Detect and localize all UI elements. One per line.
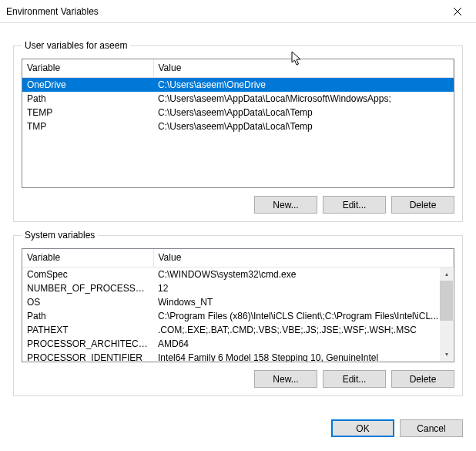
table-row[interactable]: ComSpecC:\WINDOWS\system32\cmd.exe <box>22 267 454 281</box>
table-row[interactable]: NUMBER_OF_PROCESSORS12 <box>22 281 454 295</box>
table-row[interactable]: TEMPC:\Users\aseem\AppData\Local\Temp <box>22 106 454 119</box>
cell-variable: PATHEXT <box>22 323 153 337</box>
table-row[interactable]: PROCESSOR_ARCHITECTUREAMD64 <box>22 337 454 351</box>
user-col-value[interactable]: Value <box>153 59 454 77</box>
cell-value: C:\Program Files (x86)\Intel\iCLS Client… <box>153 309 454 323</box>
cell-variable: PROCESSOR_IDENTIFIER <box>22 351 153 363</box>
scroll-down-icon[interactable]: ▾ <box>440 348 453 361</box>
table-row[interactable]: TMPC:\Users\aseem\AppData\Local\Temp <box>22 119 454 133</box>
scroll-up-icon[interactable]: ▴ <box>440 268 453 281</box>
cell-variable: NUMBER_OF_PROCESSORS <box>22 281 153 295</box>
window-title: Environment Variables <box>6 6 440 17</box>
cell-value: C:\WINDOWS\system32\cmd.exe <box>153 267 454 281</box>
cell-value: C:\Users\aseem\AppData\Local\Microsoft\W… <box>153 92 454 106</box>
cell-value: AMD64 <box>153 337 454 351</box>
user-variables-table[interactable]: Variable Value OneDriveC:\Users\aseem\On… <box>22 59 454 188</box>
cell-value: Intel64 Family 6 Model 158 Stepping 10, … <box>153 351 454 363</box>
cell-value: 12 <box>153 281 454 295</box>
cell-variable: OneDrive <box>22 77 153 92</box>
dialog-footer: OK Cancel <box>0 415 476 437</box>
cell-value: C:\Users\aseem\AppData\Local\Temp <box>153 119 454 133</box>
cell-value: C:\Users\aseem\OneDrive <box>153 77 454 92</box>
table-row[interactable]: PathC:\Program Files (x86)\Intel\iCLS Cl… <box>22 309 454 323</box>
sys-edit-button[interactable]: Edit... <box>323 370 386 388</box>
table-row[interactable]: OSWindows_NT <box>22 295 454 309</box>
user-variables-legend: User variables for aseem <box>22 40 130 51</box>
table-row[interactable]: PathC:\Users\aseem\AppData\Local\Microso… <box>22 92 454 106</box>
sys-scrollbar[interactable]: ▴ ▾ <box>440 268 453 361</box>
table-row[interactable]: PATHEXT.COM;.EXE;.BAT;.CMD;.VBS;.VBE;.JS… <box>22 323 454 337</box>
system-variables-group: System variables Variable Value ComSpecC… <box>13 230 463 396</box>
cell-value: C:\Users\aseem\AppData\Local\Temp <box>153 106 454 119</box>
user-edit-button[interactable]: Edit... <box>323 196 386 214</box>
cancel-button[interactable]: Cancel <box>400 419 463 437</box>
scroll-thumb[interactable] <box>440 281 453 321</box>
dialog-content: User variables for aseem Variable Value … <box>0 23 476 412</box>
sys-new-button[interactable]: New... <box>254 370 317 388</box>
user-new-button[interactable]: New... <box>254 196 317 214</box>
user-col-variable[interactable]: Variable <box>22 59 153 77</box>
system-variables-table[interactable]: Variable Value ComSpecC:\WINDOWS\system3… <box>22 248 454 362</box>
sys-button-row: New... Edit... Delete <box>22 370 454 388</box>
user-variables-group: User variables for aseem Variable Value … <box>13 40 463 222</box>
user-button-row: New... Edit... Delete <box>22 196 454 214</box>
ok-button[interactable]: OK <box>331 419 394 437</box>
table-row[interactable]: OneDriveC:\Users\aseem\OneDrive <box>22 77 454 92</box>
titlebar: Environment Variables <box>0 0 476 23</box>
cell-variable: Path <box>22 309 153 323</box>
sys-col-value[interactable]: Value <box>153 249 454 267</box>
cell-variable: TEMP <box>22 106 153 119</box>
sys-col-variable[interactable]: Variable <box>22 249 153 267</box>
scroll-track[interactable] <box>440 281 453 348</box>
cell-variable: PROCESSOR_ARCHITECTURE <box>22 337 153 351</box>
cell-variable: OS <box>22 295 153 309</box>
cell-variable: ComSpec <box>22 267 153 281</box>
cell-variable: Path <box>22 92 153 106</box>
close-button[interactable] <box>440 1 474 22</box>
table-row[interactable]: PROCESSOR_IDENTIFIERIntel64 Family 6 Mod… <box>22 351 454 363</box>
system-variables-legend: System variables <box>22 230 98 241</box>
cell-variable: TMP <box>22 119 153 133</box>
sys-delete-button[interactable]: Delete <box>391 370 454 388</box>
close-icon <box>454 8 461 15</box>
cell-value: .COM;.EXE;.BAT;.CMD;.VBS;.VBE;.JS;.JSE;.… <box>153 323 454 337</box>
user-delete-button[interactable]: Delete <box>391 196 454 214</box>
cell-value: Windows_NT <box>153 295 454 309</box>
